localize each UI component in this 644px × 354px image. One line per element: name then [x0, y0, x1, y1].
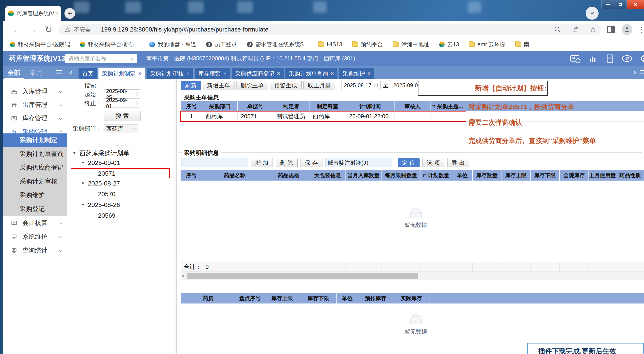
bookmark-item[interactable]: 耗材采购平台-新供...: [80, 41, 139, 48]
sidebar-item-outbound[interactable]: 出库管理: [3, 99, 67, 111]
detail-add-button[interactable]: 增 加: [251, 158, 273, 168]
sidebar-item-system[interactable]: 系统维护: [3, 230, 67, 243]
menu-list-icon[interactable]: [56, 70, 62, 74]
search-button[interactable]: 搜 索: [104, 111, 140, 121]
tab-stock-warning[interactable]: 库存预警×: [195, 68, 230, 79]
insurance-card-icon[interactable]: SI: [570, 54, 580, 63]
tab-close-icon[interactable]: ×: [55, 10, 59, 17]
column-header[interactable]: 制定科室: [310, 101, 346, 111]
bookmark-star-icon[interactable]: ☆: [590, 25, 596, 34]
scrollbar-thumb[interactable]: [187, 273, 418, 279]
panel-scrollbar[interactable]: [173, 79, 176, 354]
bookmark-item[interactable]: 南一: [515, 41, 535, 48]
submenu-plan-audit[interactable]: 采购计划审核: [3, 175, 67, 188]
share-icon[interactable]: [572, 26, 579, 33]
zoom-out-icon[interactable]: [554, 26, 561, 33]
column-header[interactable]: 计划时间: [346, 101, 394, 111]
tree-expand-icon[interactable]: ▼: [81, 181, 85, 186]
tree-expand-icon[interactable]: ▼: [72, 151, 76, 156]
split-view-button[interactable]: [604, 24, 617, 35]
column-header[interactable]: 单位: [336, 293, 358, 304]
drug-name-input[interactable]: 哌替啶注射液(J）: [325, 158, 392, 168]
new-tab-button[interactable]: +: [64, 8, 75, 19]
tree-root[interactable]: ▼西药库采购计划单: [72, 149, 130, 158]
column-header[interactable]: 库存上限: [502, 170, 530, 180]
column-header[interactable]: 大包装信息: [310, 170, 346, 180]
take-last-month-button[interactable]: 取上月量: [304, 81, 335, 90]
submenu-supplier-register[interactable]: 采购供应商登记: [3, 161, 67, 174]
receipt-icon[interactable]: [605, 54, 615, 63]
bookmark-item[interactable]: emr 云环境: [469, 41, 506, 48]
column-header[interactable]: 全院库存: [560, 170, 589, 180]
column-header[interactable]: 药品性质: [616, 170, 644, 180]
tree-date-node[interactable]: ▼2025-08-27: [81, 180, 120, 187]
column-header[interactable]: 库存下限: [530, 170, 560, 180]
column-header[interactable]: 单位: [452, 170, 472, 180]
refresh-button[interactable]: 刷新: [181, 81, 201, 90]
tree-bill-node[interactable]: 20570: [98, 191, 116, 198]
column-header[interactable]: 制定者: [273, 101, 310, 111]
detail-save-button[interactable]: 保 存: [300, 158, 322, 168]
window-maximize-button[interactable]: [614, 0, 627, 9]
tab-home[interactable]: 首页: [78, 68, 97, 79]
tab-close-icon[interactable]: ×: [223, 70, 226, 77]
tab-close-icon[interactable]: ×: [331, 70, 334, 77]
bookmark-item[interactable]: S需求管理在线系统S...: [247, 41, 308, 48]
column-header[interactable]: 序号: [180, 170, 202, 180]
sidebar-item-query-stats[interactable]: 查询统计: [3, 244, 67, 257]
bookmark-item[interactable]: 漳浦中地址: [393, 41, 430, 48]
bookmark-item[interactable]: 耗材采购平台-医院端: [10, 41, 70, 48]
profile-button[interactable]: [621, 24, 633, 35]
reload-button[interactable]: ↻: [43, 21, 54, 38]
detail-search-input[interactable]: [181, 158, 248, 168]
column-header[interactable]: 采购部门: [202, 101, 238, 111]
tab-close-icon[interactable]: ×: [186, 70, 190, 77]
tab-close-icon[interactable]: ×: [138, 70, 142, 77]
sidebar-item-inbound[interactable]: 入库管理: [3, 85, 67, 98]
scroll-tabs-left-icon[interactable]: [70, 71, 73, 75]
tree-date-node[interactable]: ▼2025-08-26: [81, 201, 120, 208]
tab-plan-query[interactable]: 采购计划单查询×: [285, 68, 338, 79]
column-header[interactable]: 每月限制数量: [382, 170, 420, 180]
tab-close-icon[interactable]: ×: [368, 70, 371, 77]
menu-filter-all[interactable]: 全部: [8, 69, 20, 77]
submenu-purchase-maintain[interactable]: 采购维护: [3, 188, 67, 202]
column-header[interactable]: 预扣库存: [358, 293, 394, 304]
tab-purchase-plan-audit[interactable]: 采购计划审核×: [146, 68, 193, 79]
tab-close-icon[interactable]: ×: [277, 70, 280, 77]
detail-hscrollbar[interactable]: ◂: [180, 272, 644, 280]
tab-search-button[interactable]: [586, 7, 598, 20]
tree-date-node[interactable]: ▼2025-09-01: [81, 159, 120, 167]
submenu-plan-query[interactable]: 采购计划单查询: [3, 147, 67, 161]
column-header[interactable]: 当月入库数量: [346, 170, 382, 180]
back-button[interactable]: ←: [11, 21, 22, 38]
address-bar[interactable]: ⚠ 不安全 199.9.129.28:8000/his-yk/app/#/pur…: [59, 24, 601, 35]
options-button[interactable]: 选 项: [422, 158, 444, 168]
dept-select[interactable]: 西药库: [104, 125, 138, 133]
column-header[interactable]: 上月使用量: [589, 170, 616, 180]
column-header[interactable]: 计划数量: [420, 170, 452, 180]
column-header[interactable]: 实际库存: [394, 293, 430, 304]
sidebar-item-accounting[interactable]: 会计核算: [3, 216, 67, 229]
add-master-button[interactable]: 新增主单: [203, 81, 234, 90]
window-minimize-button[interactable]: [601, 0, 614, 9]
tree-bill-node[interactable]: 20569: [98, 212, 116, 219]
detail-delete-button[interactable]: 删 除: [276, 158, 298, 168]
tree-expand-icon[interactable]: ▼: [81, 203, 85, 207]
tab-purchase-plan-formulate[interactable]: 采购计划制定×: [98, 68, 145, 79]
menu-search-select[interactable]: 请输入菜单名称: [65, 54, 137, 63]
submenu-plan-formulate[interactable]: 采购计划制定: [3, 133, 67, 147]
window-close-button[interactable]: ×: [627, 0, 644, 9]
column-header[interactable]: 库存数量: [472, 170, 502, 180]
bookmark-item[interactable]: 我的地盘 - 禅道: [149, 41, 196, 48]
forward-button[interactable]: →: [27, 21, 38, 38]
column-header[interactable]: 采购主题...: [431, 101, 464, 111]
url-text[interactable]: 199.9.129.28:8000/his-yk/app/#/purchase/…: [101, 26, 268, 33]
plan-date-from-input[interactable]: 2025-08-17: [342, 81, 381, 90]
bookmark-item[interactable]: 云13: [439, 41, 459, 48]
browser-menu-button[interactable]: ⋮: [636, 24, 644, 35]
column-header[interactable]: 药品名称: [202, 170, 268, 180]
menu-filter-common[interactable]: 常用: [30, 69, 42, 77]
tab-purchase-maintain[interactable]: 采购维护×: [339, 68, 374, 79]
sidebar-item-stock[interactable]: 库存管理: [3, 112, 67, 125]
